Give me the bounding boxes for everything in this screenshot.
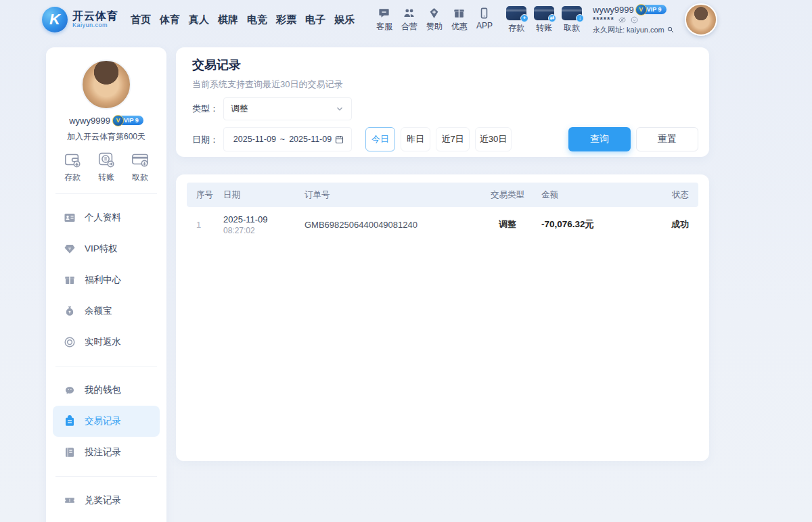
- date-range-input[interactable]: 2025-11-09 ~ 2025-11-09: [223, 127, 352, 151]
- nav-item-chess[interactable]: 棋牌: [218, 14, 238, 26]
- search-button[interactable]: 查询: [568, 127, 631, 151]
- withdraw-button[interactable]: ↓ 取款: [562, 6, 582, 34]
- row-status: 成功: [629, 218, 689, 231]
- range-yesterday-button[interactable]: 昨日: [401, 127, 430, 151]
- deposit-button[interactable]: + 存款: [506, 6, 526, 34]
- avatar[interactable]: [685, 3, 717, 36]
- brand-logo[interactable]: K 开云体育 Kaiyun.com: [42, 7, 118, 32]
- nav-item-entertainment[interactable]: 娱乐: [334, 14, 355, 26]
- eye-off-icon[interactable]: [618, 16, 627, 24]
- money-bag-icon: [64, 305, 76, 317]
- brand-domain: Kaiyun.com: [72, 22, 118, 28]
- username: wywy9999: [69, 116, 110, 126]
- sidebar-item-yuebao[interactable]: 余额宝: [46, 295, 166, 327]
- page-title: 交易记录: [192, 57, 241, 73]
- date-separator: ~: [280, 135, 285, 144]
- main-nav: 首页 体育 真人 棋牌 电竞 彩票 电子 娱乐: [131, 14, 355, 26]
- col-date: 日期: [223, 189, 304, 201]
- rebate-coin-icon: [64, 336, 76, 348]
- sidebar-item-transactions[interactable]: 交易记录: [53, 406, 160, 437]
- nav-item-slots[interactable]: 电子: [305, 14, 325, 26]
- table-header: 序号 日期 订单号 交易类型 金额 状态: [187, 183, 698, 207]
- sidebar-item-label: 兑奖记录: [85, 494, 121, 506]
- nav-item-live[interactable]: 真人: [189, 14, 209, 26]
- sidebar-item-profile[interactable]: 个人资料: [46, 202, 166, 233]
- calendar-icon: [334, 135, 344, 145]
- sidebar-withdraw-button[interactable]: 取款: [131, 150, 150, 187]
- brand-logo-icon: K: [42, 7, 68, 32]
- sidebar-item-prizes[interactable]: 兑奖记录: [46, 485, 166, 516]
- col-type: 交易类型: [474, 189, 541, 201]
- balance-mask: ******: [593, 16, 614, 24]
- sidebar-group-account: 个人资料 VIP特权 福利中心 余额宝 实时返水: [46, 201, 166, 359]
- sidebar-withdraw-label: 取款: [132, 172, 148, 183]
- sponsor-link[interactable]: 赞助: [426, 7, 443, 32]
- transfer-icon: [97, 150, 116, 169]
- type-select-value: 调整: [231, 103, 335, 115]
- deposit-card-icon: +: [506, 6, 526, 20]
- app-label: APP: [476, 21, 493, 30]
- permanent-url: 永久网址: kaiyun.com: [593, 25, 664, 35]
- app-link[interactable]: APP: [476, 7, 493, 32]
- bet-record-icon: [64, 446, 76, 458]
- withdraw-card-icon: ↓: [562, 6, 582, 20]
- sidebar-item-welfare[interactable]: 福利中心: [46, 264, 166, 295]
- sidebar-item-label: VIP特权: [85, 243, 118, 255]
- avatar[interactable]: [81, 60, 131, 110]
- promo-link[interactable]: 优惠: [451, 7, 468, 32]
- transfer-button[interactable]: ⇄ 转账: [534, 6, 554, 34]
- sidebar-item-bets[interactable]: 投注记录: [46, 437, 166, 468]
- wallet-icon: [63, 150, 82, 169]
- id-card-icon: [64, 212, 76, 224]
- bank-card-icon: [131, 150, 150, 169]
- sidebar-deposit-button[interactable]: 存款: [63, 150, 82, 187]
- divider: [55, 476, 157, 477]
- sidebar-quick-actions: 存款 转账 取款: [46, 150, 166, 187]
- row-index: 1: [196, 220, 223, 230]
- reset-button[interactable]: 重置: [636, 127, 698, 151]
- nav-item-sports[interactable]: 体育: [160, 14, 180, 26]
- sidebar-item-label: 我的钱包: [85, 384, 121, 396]
- piggy-bank-icon: [64, 384, 76, 396]
- nav-item-home[interactable]: 首页: [131, 14, 151, 26]
- type-label: 类型：: [192, 103, 219, 115]
- range-today-button[interactable]: 今日: [365, 127, 395, 151]
- withdraw-label: 取款: [564, 22, 580, 34]
- partners-label: 合营: [401, 21, 418, 32]
- nav-item-lottery[interactable]: 彩票: [276, 14, 296, 26]
- filter-panel: 交易记录 当前系统支持查询最近30日的交易记录 类型： 调整 日期： 2025-…: [176, 47, 709, 157]
- date-start: 2025-11-09: [233, 135, 276, 144]
- table-row[interactable]: 1 2025-11-09 08:27:02 GMB698250644004908…: [187, 207, 698, 242]
- service-link[interactable]: 客服: [376, 7, 392, 32]
- row-amount: -70,076.32元: [541, 218, 629, 231]
- transaction-record-icon: [64, 415, 76, 427]
- transfer-label: 转账: [536, 22, 552, 34]
- partners-link[interactable]: 合营: [401, 7, 418, 32]
- nav-item-esports[interactable]: 电竞: [247, 14, 267, 26]
- type-select[interactable]: 调整: [223, 97, 352, 120]
- col-order-no: 订单号: [304, 189, 474, 201]
- sidebar-item-label: 实时返水: [85, 336, 121, 348]
- sidebar-item-label: 余额宝: [85, 305, 112, 317]
- sidebar-item-label: 投注记录: [85, 446, 121, 458]
- range-30days-button[interactable]: 近30日: [475, 127, 512, 151]
- sidebar-item-rebate[interactable]: 实时返水: [46, 327, 166, 358]
- sidebar-item-vip[interactable]: VIP特权: [46, 233, 166, 264]
- ticket-icon: [64, 494, 76, 506]
- transfer-card-icon: ⇄: [534, 6, 554, 20]
- col-index: 序号: [196, 189, 223, 201]
- sidebar-transfer-button[interactable]: 转账: [97, 150, 116, 187]
- search-icon[interactable]: [667, 26, 675, 34]
- range-7days-button[interactable]: 近7日: [436, 127, 470, 151]
- sidebar-item-messages[interactable]: 消息中心 99+: [46, 516, 166, 522]
- brand-name: 开云体育: [72, 11, 118, 22]
- row-time: 08:27:02: [223, 226, 304, 235]
- sponsor-label: 赞助: [426, 21, 443, 32]
- sidebar-item-wallet[interactable]: 我的钱包: [46, 375, 166, 406]
- row-date: 2025-11-09: [223, 214, 304, 226]
- profile-sidebar: wywy9999 VIP 9 加入开云体育第600天 存款 转账 取款 个人资料…: [46, 47, 166, 522]
- refresh-circle-icon[interactable]: [630, 16, 639, 24]
- joined-days: 加入开云体育第600天: [46, 131, 166, 142]
- sidebar-transfer-label: 转账: [98, 172, 114, 183]
- date-end: 2025-11-09: [289, 135, 332, 144]
